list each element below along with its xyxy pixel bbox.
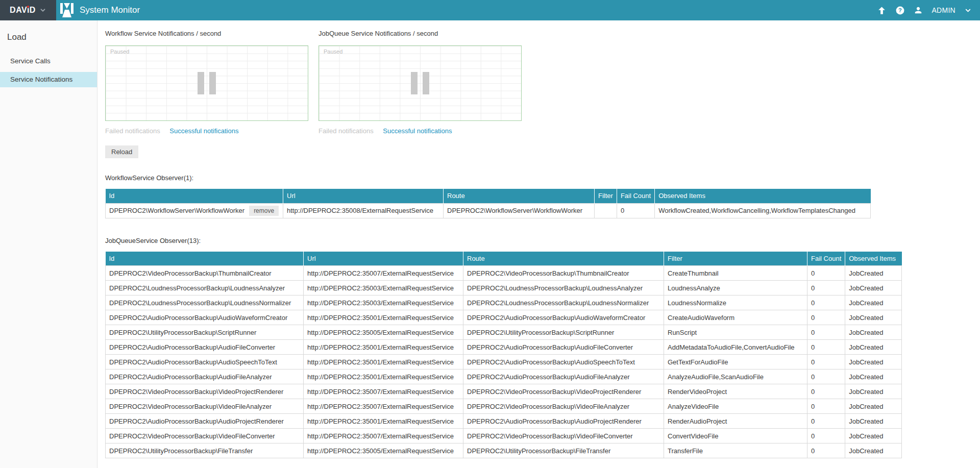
column-header: Observed Items [845,252,902,266]
cell-filter: CreateThumbnail [664,266,807,281]
app-header: DAViD System Monitor ? ADMIN [0,0,980,20]
cell-observed-items: JobCreated [845,340,902,355]
column-header: Filter [595,189,617,203]
cell-url: http://DPEPROC2:35007/ExternalRequestSer… [304,266,463,281]
cell-id: DPEPROC2\VideoProcessorBackup\VideoFileA… [106,399,304,414]
chevron-down-icon [39,7,46,14]
cell-url: http://DPEPROC2:35001/ExternalRequestSer… [304,355,463,370]
cell-url: http://DPEPROC2:35005/ExternalRequestSer… [304,444,463,458]
cell-id: DPEPROC2\AudioProcessorBackup\AudioFileC… [106,340,304,355]
table-header-row: IdUrlRouteFilterFail CountObserved Items [106,189,871,203]
main-content: Workflow Service Notifications / second … [97,20,980,468]
column-header: Fail Count [617,189,654,203]
cell-route: DPEPROC2\UtilityProcessorBackup\ScriptRu… [463,325,664,340]
workflowservice-observer-table: IdUrlRouteFilterFail CountObserved Items… [105,189,871,218]
jobqueue-chart-canvas: Paused [318,45,522,121]
column-header: Observed Items [655,189,871,203]
cell-observed-items: JobCreated [845,266,902,281]
cell-id: DPEPROC2\VideoProcessorBackup\ThumbnailC… [106,266,304,281]
chevron-down-icon[interactable] [964,7,972,14]
remove-button[interactable]: remove [249,206,279,216]
cell-route: DPEPROC2\AudioProcessorBackup\AudioProje… [463,414,664,429]
charts-row: Workflow Service Notifications / second … [105,29,980,135]
cell-id: DPEPROC2\AudioProcessorBackup\AudioWavef… [106,310,304,325]
help-icon[interactable]: ? [895,6,905,15]
table-row: DPEPROC2\AudioProcessorBackup\AudioWavef… [106,310,902,325]
cell-route: DPEPROC2\VideoProcessorBackup\VideoFileC… [463,429,664,444]
cell-fail-count: 0 [807,444,845,458]
chart-title: Workflow Service Notifications / second [105,30,308,37]
legend-successful-notifications[interactable]: Successful notifications [383,127,452,135]
legend-failed-notifications[interactable]: Failed notifications [105,127,160,135]
cell-id: DPEPROC2\WorkflowServer\WorkflowWorkerre… [106,203,283,218]
column-header: Route [444,189,595,203]
column-header: Filter [664,252,807,266]
cell-filter: GetTextForAudioFile [664,355,807,370]
cell-url: http://DPEPROC2:35001/ExternalRequestSer… [304,370,463,384]
svg-text:?: ? [898,7,902,13]
jobqueueservice-observer-table: IdUrlRouteFilterFail CountObserved Items… [105,252,902,459]
legend-failed-notifications[interactable]: Failed notifications [318,127,374,135]
cell-fail-count: 0 [807,370,845,384]
cell-id: DPEPROC2\LoudnessProcessorBackup\Loudnes… [106,281,304,295]
cell-observed-items: JobCreated [845,295,902,310]
sidebar-item-service-calls[interactable]: Service Calls [0,54,97,69]
paused-label: Paused [110,48,129,55]
cell-id: DPEPROC2\VideoProcessorBackup\VideoProje… [106,384,304,399]
cell-observed-items: WorkflowCreated,WorkflowCancelling,Workf… [655,203,871,218]
cell-id: DPEPROC2\UtilityProcessorBackup\FileTran… [106,444,304,458]
cell-fail-count: 0 [807,355,845,370]
cell-observed-items: JobCreated [845,310,902,325]
cell-observed-items: JobCreated [845,399,902,414]
table-row: DPEPROC2\VideoProcessorBackup\VideoFileA… [106,399,902,414]
cell-fail-count: 0 [807,429,845,444]
table-row: DPEPROC2\AudioProcessorBackup\AudioFileA… [106,370,902,384]
page-title: System Monitor [80,5,140,15]
cell-url: http://DPEPROC2:35007/ExternalRequestSer… [304,399,463,414]
cell-route: DPEPROC2\AudioProcessorBackup\AudioWavef… [463,310,664,325]
up-arrow-icon[interactable] [877,6,887,15]
cell-filter: AnalyzeAudioFile,ScanAudioFile [664,370,807,384]
cell-route: DPEPROC2\LoudnessProcessorBackup\Loudnes… [463,295,664,310]
cell-filter: AddMetadataToAudioFile,ConvertAudioFile [664,340,807,355]
cell-fail-count: 0 [807,340,845,355]
table-row: DPEPROC2\UtilityProcessorBackup\FileTran… [106,444,902,458]
cell-fail-count: 0 [617,203,654,218]
brand-logo: DAViD [10,6,36,15]
cell-route: DPEPROC2\VideoProcessorBackup\ThumbnailC… [463,266,664,281]
cell-url: http://DPEPROC2:35001/ExternalRequestSer… [304,414,463,429]
cell-filter: ConvertVideoFile [664,429,807,444]
column-header: Route [463,252,664,266]
user-icon[interactable] [914,6,923,15]
jobqueueservice-observer-title: JobQueueService Observer(13): [105,237,980,244]
cell-observed-items: JobCreated [845,429,902,444]
m-logo-icon [59,3,75,18]
cell-id: DPEPROC2\AudioProcessorBackup\AudioProje… [106,414,304,429]
workflowservice-observer-title: WorkflowService Observer(1): [105,174,980,182]
legend-successful-notifications[interactable]: Successful notifications [169,127,238,135]
table-row: DPEPROC2\VideoProcessorBackup\ThumbnailC… [106,266,902,281]
cell-filter: AnalyzeVideoFile [664,399,807,414]
brand-menu[interactable]: DAViD [0,0,56,20]
user-label[interactable]: ADMIN [932,6,955,14]
cell-fail-count: 0 [807,310,845,325]
cell-id: DPEPROC2\LoudnessProcessorBackup\Loudnes… [106,295,304,310]
sidebar-item-service-notifications[interactable]: Service Notifications [0,72,97,87]
column-header: Url [304,252,463,266]
cell-id: DPEPROC2\AudioProcessorBackup\AudioFileA… [106,370,304,384]
cell-observed-items: JobCreated [845,281,902,295]
table-row: DPEPROC2\VideoProcessorBackup\VideoProje… [106,384,902,399]
sidebar: Load Service Calls Service Notifications [0,20,97,468]
column-header: Fail Count [807,252,845,266]
cell-fail-count: 0 [807,281,845,295]
cell-id: DPEPROC2\VideoProcessorBackup\VideoFileC… [106,429,304,444]
cell-route: DPEPROC2\WorkflowServer\WorkflowWorker [444,203,595,218]
cell-url: http://DPEPROC2:35005/ExternalRequestSer… [304,325,463,340]
column-header: Id [106,189,283,203]
column-header: Id [106,252,304,266]
cell-route: DPEPROC2\AudioProcessorBackup\AudioFileA… [463,370,664,384]
reload-button[interactable]: Reload [105,145,138,158]
cell-route: DPEPROC2\VideoProcessorBackup\VideoFileA… [463,399,664,414]
cell-route: DPEPROC2\AudioProcessorBackup\AudioSpeec… [463,355,664,370]
table-header-row: IdUrlRouteFilterFail CountObserved Items [106,252,902,266]
